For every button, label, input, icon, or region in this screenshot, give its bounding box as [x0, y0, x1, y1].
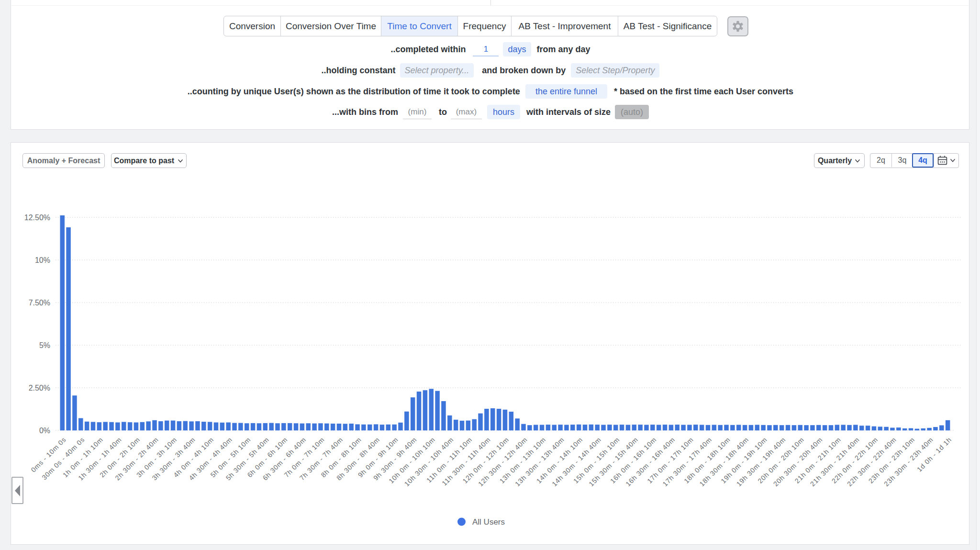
svg-text:7.50%: 7.50% [29, 299, 50, 307]
svg-text:10%: 10% [35, 256, 50, 264]
svg-text:All Users: All Users [472, 517, 505, 527]
svg-text:0%: 0% [39, 427, 50, 435]
svg-text:12.50%: 12.50% [24, 213, 50, 222]
svg-text:2.50%: 2.50% [29, 384, 50, 392]
svg-text:5%: 5% [39, 341, 50, 349]
